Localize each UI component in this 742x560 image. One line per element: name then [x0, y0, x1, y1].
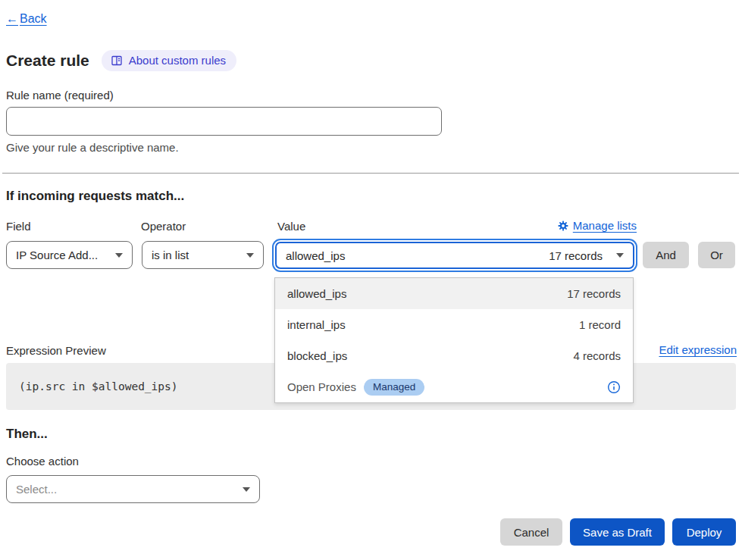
then-section-heading: Then... — [6, 427, 48, 442]
list-option-blocked-ips[interactable]: blocked_ips 4 records — [275, 340, 633, 371]
field-label: Field — [6, 220, 31, 233]
match-section-heading: If incoming requests match... — [6, 189, 184, 204]
expression-preview-label: Expression Preview — [6, 344, 106, 357]
list-option-meta: 17 records — [567, 287, 621, 300]
back-link[interactable]: ← Back — [6, 12, 47, 26]
field-select[interactable]: IP Source Add... — [6, 241, 133, 269]
book-icon — [111, 55, 123, 67]
edit-expression-link[interactable]: Edit expression — [659, 343, 737, 356]
list-option-name: internal_ips — [287, 318, 346, 331]
back-arrow-icon: ← — [6, 12, 18, 26]
value-label: Value — [277, 220, 305, 233]
chevron-down-icon — [616, 253, 624, 258]
create-rule-page: ← Back Create rule About custom rules Ru… — [0, 0, 742, 560]
about-badge-label: About custom rules — [129, 54, 226, 67]
list-option-meta: 4 records — [573, 349, 621, 362]
page-title: Create rule — [6, 52, 89, 70]
or-button[interactable]: Or — [698, 242, 735, 268]
list-option-meta: 1 record — [579, 318, 621, 331]
list-option-internal-ips[interactable]: internal_ips 1 record — [275, 309, 633, 340]
action-select-placeholder: Select... — [16, 483, 57, 496]
value-dropdown-panel: allowed_ips 17 records internal_ips 1 re… — [274, 277, 634, 403]
operator-select-value: is in list — [152, 249, 189, 261]
expression-code: (ip.src in $allowed_ips) — [19, 380, 178, 393]
list-option-allowed-ips[interactable]: allowed_ips 17 records — [275, 278, 633, 309]
and-button[interactable]: And — [643, 242, 689, 268]
about-custom-rules-link[interactable]: About custom rules — [102, 50, 236, 71]
list-option-name: Open Proxies — [287, 380, 356, 393]
field-select-value: IP Source Add... — [16, 249, 98, 261]
list-option-name: allowed_ips — [287, 287, 346, 300]
choose-action-label: Choose action — [6, 455, 79, 468]
section-divider — [2, 173, 739, 174]
list-option-open-proxies[interactable]: Open Proxies Managed — [275, 371, 633, 402]
rule-name-helper: Give your rule a descriptive name. — [6, 141, 179, 154]
value-select-meta: 17 records — [549, 249, 603, 262]
title-row: Create rule About custom rules — [6, 50, 236, 71]
manage-lists-label: Manage lists — [573, 219, 637, 232]
value-select-value: allowed_ips — [286, 249, 345, 262]
value-select[interactable]: allowed_ips 17 records — [275, 242, 634, 269]
rule-name-label: Rule name (required) — [6, 89, 114, 102]
manage-lists-link[interactable]: Manage lists — [558, 219, 637, 232]
cancel-button[interactable]: Cancel — [500, 518, 562, 546]
deploy-button[interactable]: Deploy — [672, 518, 736, 546]
list-option-name: blocked_ips — [287, 349, 347, 362]
operator-select[interactable]: is in list — [142, 241, 264, 269]
operator-label: Operator — [141, 220, 186, 233]
info-icon[interactable] — [607, 380, 621, 394]
managed-badge: Managed — [364, 379, 424, 396]
back-label: Back — [20, 12, 47, 26]
chevron-down-icon — [115, 253, 123, 258]
action-select[interactable]: Select... — [6, 475, 260, 503]
save-as-draft-button[interactable]: Save as Draft — [570, 518, 665, 546]
gear-icon — [558, 221, 568, 231]
chevron-down-icon — [243, 487, 250, 492]
chevron-down-icon — [246, 253, 254, 258]
rule-name-input[interactable] — [6, 107, 442, 136]
